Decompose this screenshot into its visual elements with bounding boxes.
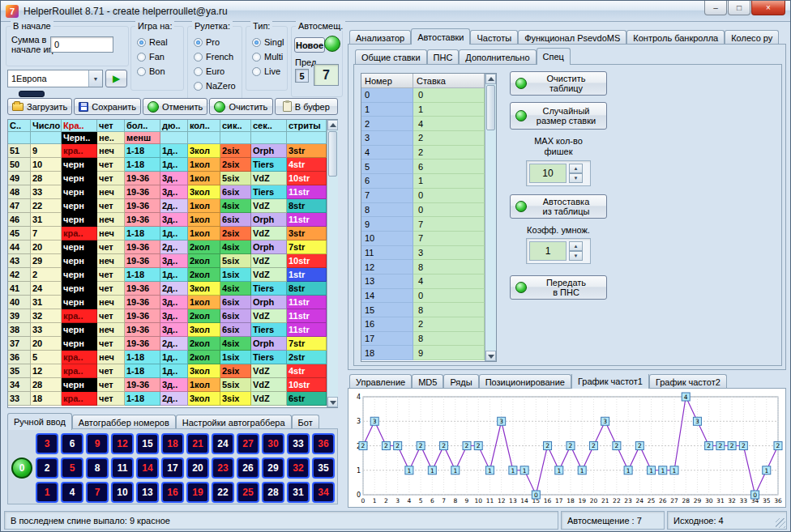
radio-multi[interactable]: Multi	[252, 49, 284, 64]
stake-row[interactable]: 80	[361, 203, 485, 218]
number-cell-8[interactable]: 8	[86, 458, 109, 479]
number-cell-10[interactable]: 10	[111, 482, 134, 503]
stake-value-cell[interactable]: 1	[413, 174, 485, 189]
stake-value-cell[interactable]: 9	[413, 346, 485, 360]
stake-row[interactable]: 178	[361, 332, 485, 347]
stake-value-cell[interactable]: 8	[413, 260, 485, 275]
clear-button[interactable]: Очистить	[209, 98, 272, 115]
tab-autobets[interactable]: Автоставки	[411, 28, 470, 45]
number-cell-18[interactable]: 18	[161, 433, 184, 454]
number-cell-5[interactable]: 5	[61, 458, 83, 479]
radio-french[interactable]: French	[194, 49, 238, 64]
tab-manual-input[interactable]: Ручной ввод	[7, 413, 72, 430]
spin-table-row[interactable]: 3833черннеч19-363д..3кол6sixTiers11str	[8, 323, 327, 337]
tab-freq-chart1[interactable]: График частот1	[571, 374, 649, 389]
tab-pns[interactable]: ПНС	[427, 49, 460, 64]
number-cell-2[interactable]: 2	[36, 458, 58, 479]
number-cell-27[interactable]: 27	[237, 433, 259, 454]
number-cell-28[interactable]: 28	[262, 482, 284, 503]
spin-down-icon[interactable]: ▼	[569, 173, 583, 183]
number-cell-16[interactable]: 16	[161, 482, 184, 503]
number-cell-26[interactable]: 26	[237, 458, 259, 479]
spin-table-row[interactable]: 4722чернчет19-362д..1кол4sixVdZ8str	[8, 199, 327, 213]
scroll-thumb[interactable]	[328, 131, 337, 177]
stake-table-scrollbar[interactable]	[485, 74, 496, 361]
max-chips-spinner[interactable]: 10 ▲ ▼	[526, 160, 591, 186]
number-cell-36[interactable]: 36	[312, 433, 335, 454]
spin-table-row[interactable]: 365кра..неч1-181д..2кол1sixTiers2str	[8, 351, 327, 364]
undo-button[interactable]: Отменить	[143, 98, 207, 115]
number-cell-15[interactable]: 15	[136, 433, 159, 454]
number-cell-31[interactable]: 31	[287, 482, 310, 503]
stake-value-cell[interactable]: 4	[413, 117, 485, 131]
number-cell-24[interactable]: 24	[212, 433, 234, 454]
stake-row[interactable]: 32	[361, 131, 485, 146]
tab-rows[interactable]: Ряды	[443, 374, 478, 389]
number-cell-25[interactable]: 25	[237, 482, 259, 503]
stake-row[interactable]: 24	[361, 117, 485, 131]
stake-value-cell[interactable]: 1	[413, 103, 485, 117]
start-sum-input[interactable]	[50, 36, 113, 53]
radio-fan[interactable]: Fan	[137, 49, 180, 64]
scroll-down-icon[interactable]	[327, 397, 338, 407]
stake-row[interactable]: 162	[361, 317, 485, 332]
spin-table-row[interactable]: 4329черннеч19-363д..2кол5sixVdZ10str	[8, 254, 327, 268]
spin-table-row[interactable]: 422чернчет1-181д..2кол1sixVdZ1str	[8, 268, 327, 282]
number-cell-3[interactable]: 3	[36, 433, 58, 454]
multiplier-value[interactable]: 1	[529, 241, 567, 261]
scroll-track[interactable]	[327, 177, 338, 397]
scroll-thumb[interactable]	[486, 85, 495, 130]
spin-table-row[interactable]: 3428чернчет19-363д..1кол5sixVdZ10str	[8, 378, 327, 392]
autobet-from-table-button[interactable]: Автоставкаиз таблицы	[510, 194, 607, 219]
stake-row[interactable]: 140	[361, 289, 485, 304]
tab-special[interactable]: Спец	[537, 48, 571, 65]
close-button[interactable]: ×	[751, 1, 785, 15]
play-button[interactable]: ▶	[105, 70, 127, 87]
new-button[interactable]: Новое	[294, 37, 325, 53]
spin-table-row[interactable]: 3512кра..чет1-181д..3кол2sixVdZ4str	[8, 364, 327, 378]
to-buffer-button[interactable]: В буфер	[275, 98, 338, 115]
radio-bon[interactable]: Bon	[137, 64, 180, 79]
stake-row[interactable]: 134	[361, 275, 485, 289]
spin-up-icon[interactable]: ▲	[569, 164, 583, 173]
spin-table-scrollbar[interactable]	[327, 120, 338, 407]
load-button[interactable]: Загрузить	[7, 98, 72, 115]
number-cell-13[interactable]: 13	[136, 482, 159, 503]
stake-value-cell[interactable]: 2	[413, 131, 485, 146]
stake-row[interactable]: 56	[361, 160, 485, 174]
stake-value-cell[interactable]: 7	[413, 217, 485, 232]
send-to-pns-button[interactable]: Передатьв ПНС	[510, 275, 607, 300]
number-cell-20[interactable]: 20	[186, 458, 209, 479]
stake-value-cell[interactable]: 7	[413, 232, 485, 246]
stake-row[interactable]: 113	[361, 246, 485, 261]
stake-row[interactable]: 97	[361, 217, 485, 232]
tab-bankroll[interactable]: Контроль банкролла	[626, 30, 725, 45]
spin-table-row[interactable]: 3318кра..чет1-182д..3кол3sixVdZ6str	[8, 392, 327, 406]
multiplier-spinner[interactable]: 1 ▲ ▼	[526, 238, 591, 264]
number-cell-0[interactable]: 0	[11, 458, 32, 479]
stake-value-cell[interactable]: 6	[413, 160, 485, 174]
stake-row[interactable]: 61	[361, 174, 485, 189]
stake-row[interactable]: 189	[361, 346, 485, 360]
number-cell-6[interactable]: 6	[61, 433, 83, 454]
radio-pro[interactable]: Pro	[194, 35, 238, 49]
radio-nazero[interactable]: NaZero	[194, 79, 238, 93]
number-cell-30[interactable]: 30	[262, 433, 284, 454]
clear-table-button[interactable]: Очиститьтаблицу	[510, 71, 607, 96]
stake-row[interactable]: 70	[361, 189, 485, 203]
scroll-track[interactable]	[485, 131, 496, 351]
stake-value-cell[interactable]: 3	[413, 246, 485, 261]
stake-value-cell[interactable]: 2	[413, 317, 485, 332]
number-cell-12[interactable]: 12	[111, 433, 134, 454]
game-variant-select[interactable]: 1Европа ▼	[7, 70, 103, 87]
stake-row[interactable]: 00	[361, 88, 485, 103]
stake-row[interactable]: 158	[361, 303, 485, 317]
tab-additional[interactable]: Дополнительно	[459, 49, 536, 64]
stake-value-cell[interactable]: 0	[413, 203, 485, 218]
spin-table-row[interactable]: 4631черннеч19-363д..1кол6sixOrph11str	[8, 213, 327, 227]
radio-real[interactable]: Real	[137, 35, 180, 49]
minimize-button[interactable]: –	[704, 1, 727, 15]
tab-frequencies[interactable]: Частоты	[470, 30, 518, 45]
spin-table-row[interactable]: 4124чернчет19-362д..3кол4sixTiers8str	[8, 282, 327, 296]
radio-singl[interactable]: Singl	[252, 35, 284, 49]
